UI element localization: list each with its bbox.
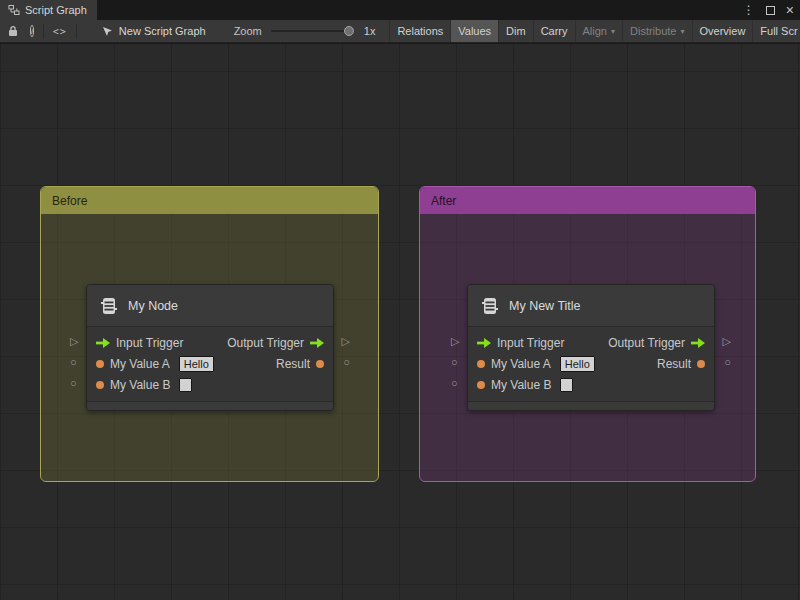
value-port-icon [96, 360, 104, 368]
port-row: My Value A Hello Result [468, 353, 714, 374]
graph-name: New Script Graph [119, 25, 206, 37]
port-my-value-b[interactable]: My Value B [96, 378, 192, 392]
node-header[interactable]: My Node [87, 285, 333, 327]
port-row: Input Trigger Output Trigger [87, 332, 333, 353]
zoom-slider-knob[interactable] [344, 26, 354, 36]
port-result[interactable]: Result [276, 357, 324, 371]
value-b-field[interactable] [560, 378, 573, 392]
fullscreen-button[interactable]: Full Scr [752, 20, 800, 43]
align-label: Align [583, 25, 607, 37]
port-result[interactable]: Result [657, 357, 705, 371]
node-title: My New Title [509, 299, 581, 313]
node-header[interactable]: My New Title [468, 285, 714, 327]
value-b-field[interactable] [179, 378, 192, 392]
flow-arrow-icon [96, 338, 110, 348]
port-input-trigger[interactable]: Input Trigger [477, 336, 564, 350]
external-input-flow-port[interactable]: ▷ [70, 336, 78, 347]
value-a-field[interactable]: Hello [560, 356, 595, 372]
port-label: Input Trigger [497, 336, 564, 350]
tab-script-graph[interactable]: Script Graph [0, 0, 97, 20]
port-label: Output Trigger [608, 336, 685, 350]
value-port-icon [316, 360, 324, 368]
tab-title: Script Graph [25, 4, 87, 16]
port-my-value-a[interactable]: My Value A Hello [96, 356, 214, 372]
group-after-header[interactable]: After [420, 187, 755, 214]
align-button[interactable]: Align ▾ [575, 20, 622, 43]
external-result-port[interactable]: ○ [343, 357, 350, 368]
value-port-icon [96, 381, 104, 389]
external-output-flow-port[interactable]: ▷ [723, 336, 731, 347]
port-label: Output Trigger [227, 336, 304, 350]
external-input-flow-port[interactable]: ▷ [451, 336, 459, 347]
carry-button[interactable]: Carry [533, 20, 575, 43]
port-label: My Value B [110, 378, 170, 392]
external-value-a-port[interactable]: ○ [451, 357, 458, 368]
port-row: My Value B [468, 374, 714, 395]
graph-canvas[interactable]: Before My Node [0, 44, 800, 600]
info-icon[interactable]: i [30, 25, 34, 37]
code-icon[interactable]: <> [53, 26, 67, 37]
flow-machine-icon [99, 296, 119, 316]
relations-button[interactable]: Relations [389, 20, 450, 43]
group-title: After [431, 194, 456, 208]
port-label: Result [276, 357, 310, 371]
port-my-value-a[interactable]: My Value A Hello [477, 356, 595, 372]
zoom-slider[interactable] [271, 30, 355, 32]
port-my-value-b[interactable]: My Value B [477, 378, 573, 392]
group-before-header[interactable]: Before [41, 187, 378, 214]
external-result-port[interactable]: ○ [724, 357, 731, 368]
port-label: My Value A [491, 357, 551, 371]
unity-editor-window: Script Graph ⋮ × i <> New Script Graph Z… [0, 0, 800, 600]
group-before[interactable]: Before My Node [40, 186, 379, 482]
toolbar-buttons: Relations Values Dim Carry Align ▾ Distr… [389, 20, 800, 43]
port-output-trigger[interactable]: Output Trigger [608, 336, 705, 350]
external-value-a-port[interactable]: ○ [70, 357, 77, 368]
node-footer [468, 401, 714, 410]
dim-button[interactable]: Dim [498, 20, 533, 43]
window-controls: ⋮ × [743, 0, 794, 20]
value-port-icon [477, 381, 485, 389]
port-label: Result [657, 357, 691, 371]
port-input-trigger[interactable]: Input Trigger [96, 336, 183, 350]
external-value-b-port[interactable]: ○ [451, 378, 458, 389]
close-icon[interactable]: × [786, 3, 794, 17]
distribute-label: Distribute [630, 25, 676, 37]
external-output-flow-port[interactable]: ▷ [342, 336, 350, 347]
toolbar-divider [76, 24, 77, 39]
zoom-label: Zoom [234, 25, 262, 37]
port-label: My Value A [110, 357, 170, 371]
flow-arrow-icon [691, 338, 705, 348]
node-body: Input Trigger Output Trigger [87, 327, 333, 399]
script-graph-icon [8, 4, 20, 16]
node-body: Input Trigger Output Trigger [468, 327, 714, 399]
value-port-icon [477, 360, 485, 368]
zoom-value: 1x [364, 25, 376, 37]
node-my-node[interactable]: My Node Input Trigger Output Trigger [86, 284, 334, 411]
port-output-trigger[interactable]: Output Trigger [227, 336, 324, 350]
group-after[interactable]: After My New T [419, 186, 756, 482]
node-my-new-title[interactable]: My New Title Input Trigger Output Trigge [467, 284, 715, 411]
port-row: Input Trigger Output Trigger [468, 332, 714, 353]
graph-pointer-icon [102, 26, 113, 37]
maximize-icon[interactable] [766, 6, 775, 15]
value-a-field[interactable]: Hello [179, 356, 214, 372]
port-row: My Value A Hello Result [87, 353, 333, 374]
overview-button[interactable]: Overview [692, 20, 753, 43]
node-footer [87, 401, 333, 410]
toolbar-divider [43, 24, 44, 39]
kebab-menu-icon[interactable]: ⋮ [743, 3, 755, 17]
chevron-down-icon: ▾ [680, 27, 684, 36]
tab-bar: Script Graph ⋮ × [0, 0, 800, 20]
external-value-b-port[interactable]: ○ [70, 378, 77, 389]
flow-machine-icon [480, 296, 500, 316]
chevron-down-icon: ▾ [611, 27, 615, 36]
lock-icon[interactable] [8, 25, 18, 37]
value-port-icon [697, 360, 705, 368]
port-row: My Value B [87, 374, 333, 395]
flow-arrow-icon [310, 338, 324, 348]
distribute-button[interactable]: Distribute ▾ [622, 20, 691, 43]
flow-arrow-icon [477, 338, 491, 348]
graph-toolbar: i <> New Script Graph Zoom 1x Relations … [0, 20, 800, 43]
group-title: Before [52, 194, 87, 208]
values-button[interactable]: Values [450, 20, 498, 43]
